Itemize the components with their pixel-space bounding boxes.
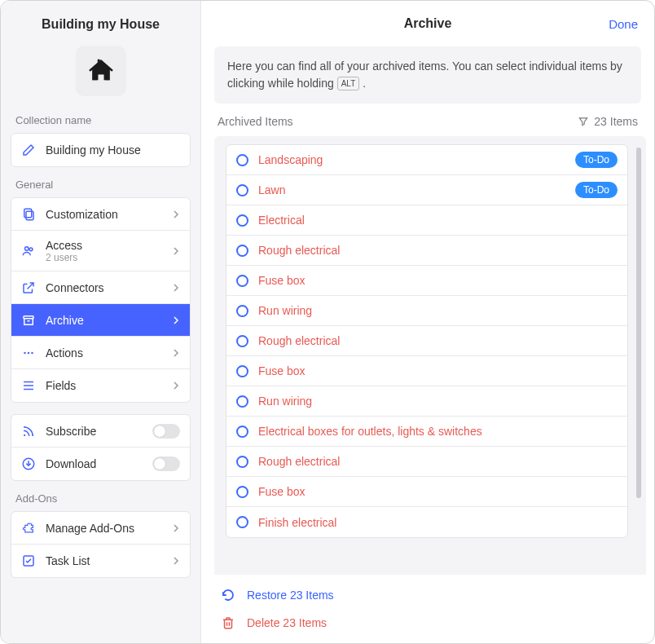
house-icon [87,57,115,85]
download-row[interactable]: Download [11,448,190,480]
status-circle[interactable] [236,395,248,408]
archived-item-row[interactable]: Electrical boxes for outlets, lights & s… [226,417,627,447]
access-subtitle: 2 users [46,252,172,263]
nav-fields[interactable]: Fields [11,369,190,402]
status-circle[interactable] [236,486,248,498]
chevron-right-icon [172,524,180,532]
chevron-right-icon [172,349,180,357]
svg-point-7 [31,351,33,354]
chevron-right-icon [172,557,180,565]
item-title: Fuse box [258,364,618,377]
delete-button[interactable]: Delete 23 Items [221,615,635,630]
puzzle-icon [21,521,36,536]
todo-badge: To-Do [575,152,618,168]
todo-badge: To-Do [575,182,618,198]
status-circle[interactable] [236,154,248,166]
svg-point-5 [24,351,26,354]
status-circle[interactable] [236,275,248,287]
rss-icon [21,424,36,439]
download-toggle[interactable] [152,457,180,471]
archived-item-row[interactable]: Run wiring [226,296,627,326]
archived-item-row[interactable]: Fuse box [226,477,627,507]
sidebar-title: Building my House [1,1,200,42]
status-circle[interactable] [236,456,248,468]
filter-icon[interactable] [578,116,589,127]
status-circle[interactable] [236,365,248,377]
status-circle[interactable] [236,184,248,196]
section-collection-name: Collection name [1,114,200,133]
item-title: Lawn [258,183,575,196]
subscribe-toggle[interactable] [152,424,180,439]
archived-item-row[interactable]: Fuse box [226,356,627,386]
item-title: Rough electrical [258,244,618,257]
svg-point-6 [28,351,30,354]
chevron-right-icon [172,382,180,390]
collection-name-input[interactable]: Building my House [11,134,190,166]
list-heading: Archived Items 23 Items [201,115,654,133]
topbar: Archive Done [201,1,654,46]
dots-icon [21,346,36,360]
main-panel: Archive Done Here you can find all of yo… [201,1,654,643]
archived-item-row[interactable]: LawnTo-Do [226,175,627,205]
item-count: 23 Items [594,115,638,128]
svg-rect-4 [24,315,33,318]
status-circle[interactable] [236,426,248,438]
svg-point-3 [29,247,33,250]
item-title: Fuse box [258,274,618,287]
checkbox-icon [21,554,36,568]
item-title: Electrical [258,214,618,227]
subscribe-row[interactable]: Subscribe [11,415,190,448]
item-title: Finish electrical [258,516,618,529]
list-title: Archived Items [218,115,293,128]
alt-key-hint: ALT [337,77,360,90]
pencil-icon [21,143,36,157]
copy-icon [21,207,36,222]
archived-item-row[interactable]: Fuse box [226,266,627,296]
archived-item-row[interactable]: Electrical [226,205,627,236]
archived-item-row[interactable]: Run wiring [226,386,627,417]
archived-item-row[interactable]: Rough electrical [226,326,627,356]
footer-actions: Restore 23 Items Delete 23 Items [201,575,654,643]
done-button[interactable]: Done [609,17,638,31]
section-general: General [1,179,200,197]
external-link-icon [21,280,36,295]
item-title: Rough electrical [258,334,618,347]
svg-point-8 [24,434,25,435]
chevron-right-icon [172,247,180,255]
info-banner: Here you can find all of your archived i… [214,46,641,104]
download-icon [21,457,36,471]
status-circle[interactable] [236,335,248,347]
archived-item-row[interactable]: Finish electrical [226,507,627,537]
nav-access[interactable]: Access 2 users [11,231,190,271]
item-title: Fuse box [258,485,618,498]
nav-actions[interactable]: Actions [11,337,190,369]
item-title: Landscaping [258,153,575,166]
status-circle[interactable] [236,214,248,227]
nav-archive[interactable]: Archive [11,304,190,337]
trash-icon [221,615,235,630]
archived-item-row[interactable]: Rough electrical [226,236,627,266]
status-circle[interactable] [236,516,248,528]
item-title: Run wiring [258,304,618,317]
svg-rect-1 [26,211,33,220]
restore-button[interactable]: Restore 23 Items [221,588,635,602]
archived-item-row[interactable]: LandscapingTo-Do [226,145,627,175]
nav-connectors[interactable]: Connectors [11,271,190,304]
restore-icon [221,588,235,602]
status-circle[interactable] [236,305,248,317]
list-icon [21,378,36,393]
collection-icon [76,46,126,96]
status-circle[interactable] [236,245,248,257]
item-title: Rough electrical [258,455,618,468]
sidebar: Building my House Collection name Buildi… [1,1,201,643]
nav-task-list[interactable]: Task List [11,545,190,577]
scrollbar[interactable] [636,148,641,498]
collection-name-text: Building my House [46,143,180,157]
item-title: Run wiring [258,395,618,408]
users-icon [21,244,36,258]
chevron-right-icon [172,316,180,324]
nav-manage-addons[interactable]: Manage Add-Ons [11,512,190,545]
archive-icon [21,313,36,328]
archived-item-row[interactable]: Rough electrical [226,447,627,477]
nav-customization[interactable]: Customization [11,198,190,231]
